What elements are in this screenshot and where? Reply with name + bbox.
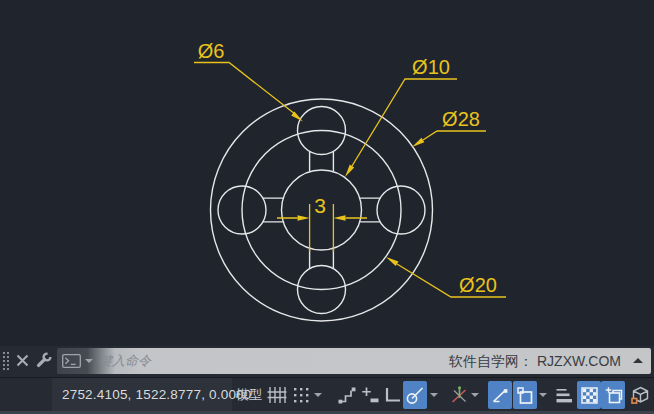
dimension-lines[interactable] xyxy=(194,63,506,298)
dynamic-input-icon[interactable] xyxy=(335,381,359,409)
drawing-canvas[interactable]: Ø6 Ø10 Ø28 Ø20 3 xyxy=(0,0,654,346)
drag-dots-icon xyxy=(2,351,10,371)
snap-to-grid-icon[interactable] xyxy=(358,381,382,409)
close-icon[interactable] xyxy=(16,354,29,367)
object-snap-icon[interactable] xyxy=(513,381,537,409)
leader-d6[interactable] xyxy=(194,63,295,115)
polar-tracking-dropdown-icon[interactable] xyxy=(430,393,438,401)
isoplane-dropdown-icon[interactable] xyxy=(471,393,479,401)
transparency-icon[interactable] xyxy=(577,381,601,409)
customize-wrench-icon[interactable] xyxy=(34,351,53,370)
command-prompt-icon[interactable] xyxy=(62,354,81,368)
leader-d28[interactable] xyxy=(423,131,486,140)
dim-text-link-width[interactable]: 3 xyxy=(314,194,326,217)
grid-display-icon[interactable] xyxy=(264,381,288,409)
coordinates-display: 2752.4105, 1522.8777, 0.0000 xyxy=(62,378,252,412)
dim-text-d20[interactable]: Ø20 xyxy=(459,274,497,296)
isometric-drafting-icon[interactable] xyxy=(447,381,471,409)
object-snap-tracking-icon[interactable] xyxy=(488,381,512,409)
dim-text-d10[interactable]: Ø10 xyxy=(412,56,450,78)
ortho-mode-icon[interactable] xyxy=(380,381,404,409)
object-snap-dropdown-icon[interactable] xyxy=(539,393,547,401)
dim-text-d28[interactable]: Ø28 xyxy=(442,108,480,130)
snap-settings-dropdown-icon[interactable] xyxy=(314,393,322,401)
polar-tracking-icon[interactable] xyxy=(403,381,427,409)
model-viewport[interactable]: Ø6 Ø10 Ø28 Ø20 3 xyxy=(0,0,654,346)
snap-mode-icon[interactable] xyxy=(289,381,313,409)
model-space-button[interactable]: 模型 xyxy=(236,378,262,412)
lineweight-icon[interactable] xyxy=(552,381,576,409)
command-input-placeholder[interactable]: 键入命令 xyxy=(99,348,151,374)
expand-command-history-icon[interactable] xyxy=(633,358,643,363)
command-line-drag-handle[interactable] xyxy=(2,351,10,371)
dimension-arrowheads xyxy=(291,111,424,266)
status-bar: 2752.4105, 1522.8777, 0.0000 模型 xyxy=(0,377,654,414)
3d-object-snap-icon[interactable] xyxy=(628,381,652,409)
recent-commands-dropdown-icon[interactable] xyxy=(85,359,93,367)
watermark-text: 软件自学网： RJZXW.COM xyxy=(449,348,621,374)
selection-cycling-icon[interactable] xyxy=(601,381,625,409)
command-input-bar[interactable]: 键入命令 软件自学网： RJZXW.COM xyxy=(57,348,651,374)
autocad-window: Ø6 Ø10 Ø28 Ø20 3 xyxy=(0,0,654,414)
dim-text-d6[interactable]: Ø6 xyxy=(198,40,225,62)
command-line-row: 键入命令 软件自学网： RJZXW.COM xyxy=(0,346,654,377)
